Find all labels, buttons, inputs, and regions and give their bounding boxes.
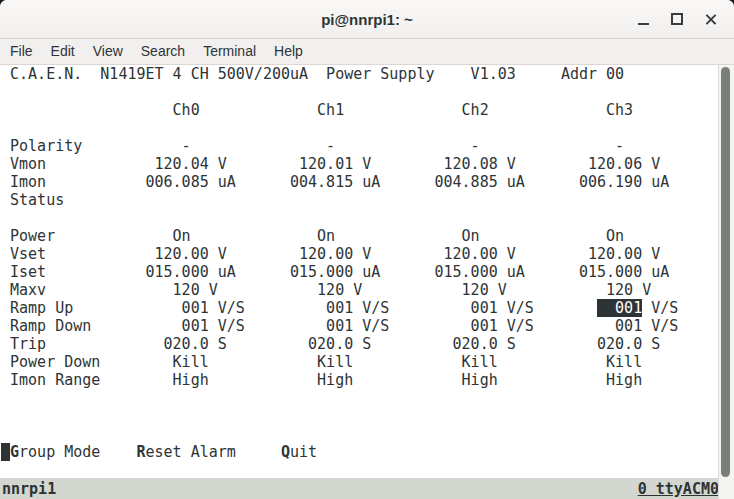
terminal-text: Ramp Up 001 V/S 001 V/S 001 V/S bbox=[1, 299, 597, 317]
terminal-row-9: Power On On On On bbox=[1, 227, 720, 245]
terminal-screen[interactable]: C.A.E.N. N1419ET 4 CH 500V/200uA Power S… bbox=[0, 65, 720, 479]
close-icon bbox=[705, 13, 718, 26]
window-title: pi@nnrpi1: ~ bbox=[321, 11, 413, 28]
status-hostname: nnrpi1 bbox=[0, 480, 56, 498]
terminal-row-0: C.A.E.N. N1419ET 4 CH 500V/200uA Power S… bbox=[1, 65, 720, 83]
terminal-text: Vmon 120.04 V 120.01 V 120.08 V 120.06 V bbox=[1, 155, 660, 173]
reset-alarm-hotkey[interactable]: R bbox=[136, 443, 145, 461]
terminal-text: Maxv 120 V 120 V 120 V 120 V bbox=[1, 281, 651, 299]
terminal-row-3 bbox=[1, 119, 720, 137]
terminal-text: Iset 015.000 uA 015.000 uA 015.000 uA 01… bbox=[1, 263, 669, 281]
terminal-text: Power Down Kill Kill Kill Kill bbox=[1, 353, 642, 371]
terminal-row-17: Imon Range High High High High bbox=[1, 371, 720, 389]
terminal-row-2: Ch0 Ch1 Ch2 Ch3 bbox=[1, 101, 720, 119]
terminal-row-14: Ramp Down 001 V/S 001 V/S 001 V/S 001 V/… bbox=[1, 317, 720, 335]
scrollbar-thumb[interactable] bbox=[721, 67, 730, 477]
quit-hotkey[interactable]: Q bbox=[281, 443, 290, 461]
terminal-window: pi@nnrpi1: ~ File Edit View Search Termi… bbox=[0, 0, 734, 499]
menu-edit[interactable]: Edit bbox=[42, 39, 84, 64]
terminal-text: Status bbox=[1, 191, 64, 209]
terminal-cursor bbox=[1, 443, 10, 461]
group-mode-hotkey[interactable]: G bbox=[10, 443, 19, 461]
terminal-text: Ch0 Ch1 Ch2 Ch3 bbox=[1, 101, 633, 119]
quit-command[interactable]: uit bbox=[290, 443, 317, 461]
group-mode-command[interactable]: roup Mode bbox=[19, 443, 100, 461]
terminal-row-18 bbox=[1, 389, 720, 407]
menu-help[interactable]: Help bbox=[265, 39, 312, 64]
terminal-text: Power On On On On bbox=[1, 227, 624, 245]
terminal-row-22 bbox=[1, 461, 720, 479]
menubar: File Edit View Search Terminal Help bbox=[0, 39, 734, 65]
menu-file[interactable]: File bbox=[1, 39, 42, 64]
terminal-row-1 bbox=[1, 83, 720, 101]
terminal-row-10: Vset 120.00 V 120.00 V 120.00 V 120.00 V bbox=[1, 245, 720, 263]
menu-view[interactable]: View bbox=[84, 39, 132, 64]
terminal-text: Imon Range High High High High bbox=[1, 371, 642, 389]
terminal-row-13: Ramp Up 001 V/S 001 V/S 001 V/S 001 V/S bbox=[1, 299, 720, 317]
terminal-text: Ramp Down 001 V/S 001 V/S 001 V/S 001 V/… bbox=[1, 317, 678, 335]
terminal-row-19 bbox=[1, 407, 720, 425]
terminal-row-4: Polarity - - - - bbox=[1, 137, 720, 155]
terminal-row-21: Group Mode Reset Alarm Quit bbox=[1, 443, 720, 461]
terminal-row-16: Power Down Kill Kill Kill Kill bbox=[1, 353, 720, 371]
terminal-text: Trip 020.0 S 020.0 S 020.0 S 020.0 S bbox=[1, 335, 660, 353]
terminal-text: Imon 006.085 uA 004.815 uA 004.885 uA 00… bbox=[1, 173, 669, 191]
menu-search[interactable]: Search bbox=[132, 39, 194, 64]
menu-terminal[interactable]: Terminal bbox=[194, 39, 265, 64]
terminal-row-8 bbox=[1, 209, 720, 227]
terminal-row-6: Imon 006.085 uA 004.815 uA 004.885 uA 00… bbox=[1, 173, 720, 191]
terminal-row-20 bbox=[1, 425, 720, 443]
titlebar[interactable]: pi@nnrpi1: ~ bbox=[0, 0, 734, 39]
minimize-button[interactable] bbox=[626, 5, 660, 33]
selected-ramp-up-ch3-value[interactable]: 001 bbox=[597, 299, 642, 317]
maximize-button[interactable] bbox=[660, 5, 694, 33]
terminal-text: V/S bbox=[642, 299, 678, 317]
close-button[interactable] bbox=[694, 5, 728, 33]
terminal-row-12: Maxv 120 V 120 V 120 V 120 V bbox=[1, 281, 720, 299]
status-tty: 0 ttyACM0 bbox=[638, 480, 719, 498]
terminal-row-11: Iset 015.000 uA 015.000 uA 015.000 uA 01… bbox=[1, 263, 720, 281]
terminal-text bbox=[236, 443, 281, 461]
terminal-row-7: Status bbox=[1, 191, 720, 209]
reset-alarm-command[interactable]: eset Alarm bbox=[146, 443, 236, 461]
terminal-area: C.A.E.N. N1419ET 4 CH 500V/200uA Power S… bbox=[0, 65, 734, 499]
minimize-icon bbox=[638, 23, 649, 25]
terminal-text: Vset 120.00 V 120.00 V 120.00 V 120.00 V bbox=[1, 245, 660, 263]
scrollbar[interactable] bbox=[718, 65, 734, 499]
terminal-text bbox=[100, 443, 136, 461]
maximize-icon bbox=[671, 13, 683, 25]
terminal-row-5: Vmon 120.04 V 120.01 V 120.08 V 120.06 V bbox=[1, 155, 720, 173]
terminal-text: Polarity - - - - bbox=[1, 137, 624, 155]
terminal-statusbar: nnrpi1 0 ttyACM0 bbox=[0, 478, 719, 499]
terminal-row-15: Trip 020.0 S 020.0 S 020.0 S 020.0 S bbox=[1, 335, 720, 353]
window-controls bbox=[626, 0, 728, 38]
terminal-text: C.A.E.N. N1419ET 4 CH 500V/200uA Power S… bbox=[1, 65, 624, 83]
